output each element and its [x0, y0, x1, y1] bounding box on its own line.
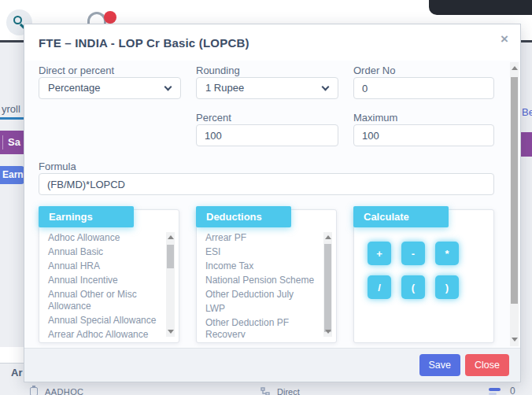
operator-button[interactable]: *: [435, 242, 459, 265]
scroll-thumb[interactable]: [511, 77, 518, 304]
clipboard-icon: [30, 387, 38, 395]
formula-label: Formula: [39, 161, 76, 172]
tab-active-underline: [0, 117, 24, 120]
dialog-body: Direct or percent Rounding Order No Perc…: [24, 61, 520, 348]
scroll-up-icon[interactable]: [512, 66, 518, 70]
deductions-item[interactable]: National Pension Scheme: [205, 275, 316, 286]
deductions-item[interactable]: Arrear PF: [205, 232, 316, 244]
formula-input[interactable]: [39, 173, 494, 195]
salary-button-partial[interactable]: Sa: [0, 131, 24, 154]
browser-overlay: [429, 0, 532, 15]
deductions-list: Arrear PFESIIncome TaxNational Pension S…: [202, 232, 316, 338]
tab-benefits-partial[interactable]: Be: [522, 106, 532, 118]
deductions-item[interactable]: LWP: [205, 303, 316, 315]
close-icon[interactable]: ×: [501, 31, 508, 47]
deductions-item[interactable]: Other Deduction July: [205, 289, 316, 301]
purple-band-right: [521, 132, 532, 157]
bars-icon: [489, 388, 501, 395]
earnings-item[interactable]: Annual Basic: [48, 246, 158, 258]
deductions-panel: Deductions Arrear PFESIIncome TaxNationa…: [196, 209, 337, 343]
notification-badge: [104, 11, 116, 24]
direct-or-percent-value: Percentage: [48, 82, 101, 94]
scroll-down-icon[interactable]: [168, 330, 174, 334]
operator-button[interactable]: /: [368, 275, 391, 299]
order-no-label: Order No: [353, 65, 395, 76]
chevron-down-icon: [322, 83, 330, 91]
operator-button[interactable]: +: [368, 242, 391, 265]
maximum-input[interactable]: [353, 124, 494, 146]
formula-editor-dialog: FTE – INDIA - LOP Cr Basic (LOPCB) × Dir…: [24, 24, 521, 382]
direct-or-percent-select[interactable]: Percentage: [39, 77, 181, 99]
rounding-label: Rounding: [196, 65, 240, 76]
background-heading-partial: Ar: [11, 367, 22, 378]
deductions-item[interactable]: ESI: [205, 246, 316, 258]
earnings-panel: Earnings Adhoc AllowanceAnnual BasicAnnu…: [39, 209, 179, 343]
scroll-thumb[interactable]: [324, 244, 331, 332]
calculate-panel-title: Calculate: [353, 206, 449, 227]
earnings-panel-title: Earnings: [39, 206, 134, 227]
earnings-scrollbar[interactable]: [166, 232, 175, 337]
dialog-footer: Save Close: [24, 348, 520, 382]
scroll-down-icon[interactable]: [325, 330, 331, 334]
operator-button[interactable]: (: [401, 275, 425, 299]
operator-button[interactable]: ): [435, 275, 459, 299]
deductions-item[interactable]: Other Deduction PF Recovery: [205, 317, 316, 338]
operator-grid: +-*/(): [368, 242, 459, 299]
scroll-up-icon[interactable]: [168, 235, 174, 239]
row-value-label: 0: [510, 386, 515, 395]
scroll-down-icon[interactable]: [512, 338, 518, 341]
org-chart-icon: [260, 385, 271, 395]
earnings-item[interactable]: Annual Incentive: [48, 275, 158, 286]
deductions-scrollbar[interactable]: [323, 232, 332, 337]
order-no-input[interactable]: [353, 77, 494, 99]
rounding-select[interactable]: 1 Rupee: [196, 77, 338, 99]
earnings-item[interactable]: Annual Other or Misc Allowance: [48, 289, 158, 312]
dialog-title: FTE – INDIA - LOP Cr Basic (LOPCB): [39, 36, 249, 50]
earnings-item[interactable]: Arrear Adhoc Allowance: [48, 329, 158, 338]
close-button[interactable]: Close: [465, 354, 509, 376]
row-type-label: Direct: [277, 387, 300, 395]
save-button[interactable]: Save: [419, 354, 461, 376]
row-code-label: AADHOC: [45, 387, 83, 395]
earnings-pill-partial[interactable]: Earni: [0, 166, 24, 184]
rounding-value: 1 Rupee: [205, 82, 244, 94]
deductions-item[interactable]: Income Tax: [205, 260, 316, 272]
operator-button[interactable]: -: [401, 242, 425, 265]
direct-or-percent-label: Direct or percent: [39, 65, 114, 76]
screen: yroll Be Sa Earni Ar AADHOC Direct 0 FTE…: [0, 0, 532, 395]
deductions-panel-title: Deductions: [196, 206, 291, 227]
scroll-thumb[interactable]: [167, 245, 174, 268]
percent-label: Percent: [196, 112, 231, 124]
background-card-edge: [0, 347, 24, 364]
tab-payroll-partial[interactable]: yroll: [2, 103, 20, 115]
scroll-up-icon[interactable]: [325, 235, 331, 239]
earnings-item[interactable]: Annual HRA: [48, 260, 158, 272]
dialog-scrollbar[interactable]: [510, 62, 519, 346]
dialog-header: FTE – INDIA - LOP Cr Basic (LOPCB) ×: [24, 24, 520, 61]
chevron-down-icon: [164, 83, 172, 91]
earnings-item[interactable]: Adhoc Allowance: [48, 232, 158, 244]
earnings-item[interactable]: Annual Special Allowance: [48, 315, 158, 327]
maximum-label: Maximum: [353, 112, 397, 124]
percent-input[interactable]: [196, 124, 338, 146]
earnings-list: Adhoc AllowanceAnnual BasicAnnual HRAAnn…: [45, 232, 158, 338]
calculate-panel: Calculate +-*/(): [353, 209, 494, 343]
